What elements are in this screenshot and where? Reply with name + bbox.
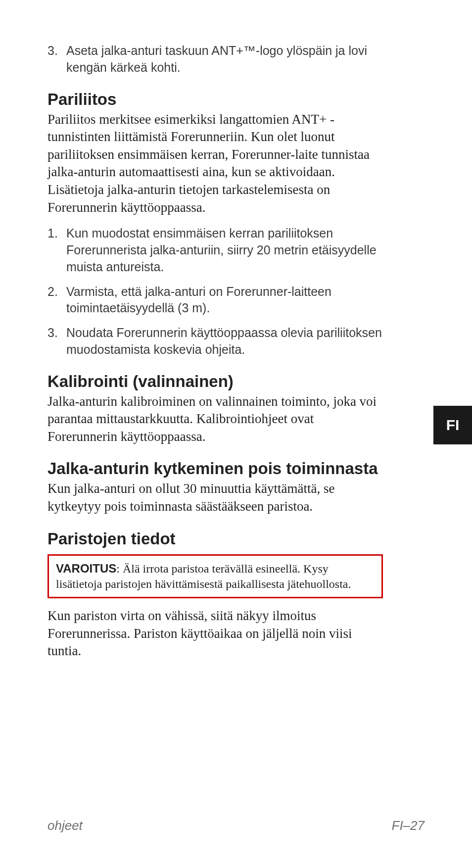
list-text: Aseta jalka-anturi taskuun ANT+™-logo yl… — [66, 43, 383, 76]
list-text: Noudata Forerunnerin käyttöoppaassa olev… — [66, 325, 383, 358]
footer-right: FI–27 — [392, 818, 425, 833]
body-paristojen: Kun pariston virta on vähissä, siitä näk… — [47, 607, 383, 660]
language-tab: FI — [433, 406, 472, 444]
body-kytkeminen: Kun jalka-anturi on ollut 30 minuuttia k… — [47, 480, 383, 515]
heading-kalibrointi: Kalibrointi (valinnainen) — [47, 372, 383, 391]
step-1: 1. Kun muodostat ensimmäisen kerran pari… — [47, 225, 383, 275]
list-number: 3. — [47, 325, 66, 358]
warning-box: VAROITUS: Älä irrota paristoa terävällä … — [47, 554, 383, 598]
pariliitos-steps: 1. Kun muodostat ensimmäisen kerran pari… — [47, 225, 383, 358]
page-footer: ohjeet FI–27 — [47, 818, 425, 833]
step-3: 3. Noudata Forerunnerin käyttöoppaassa o… — [47, 325, 383, 358]
heading-kytkeminen: Jalka-anturin kytkeminen pois toimin­nas… — [47, 459, 383, 478]
heading-pariliitos: Pariliitos — [47, 90, 383, 109]
heading-paristojen: Paristojen tiedot — [47, 530, 383, 548]
list-item-3: 3. Aseta jalka-anturi taskuun ANT+™-logo… — [47, 43, 383, 76]
list-number: 1. — [47, 225, 66, 275]
list-text: Varmista, että jalka-anturi on Forerunne… — [66, 284, 383, 317]
list-number: 2. — [47, 284, 66, 317]
list-number: 3. — [47, 43, 66, 76]
body-kalibrointi: Jalka-anturin kalibroiminen on valinnain… — [47, 393, 383, 446]
step-2: 2. Varmista, että jalka-anturi on Foreru… — [47, 284, 383, 317]
body-pariliitos: Pariliitos merkitsee esimerkiksi langatt… — [47, 111, 383, 217]
warning-label: VAROITUS — [56, 562, 116, 575]
footer-left: ohjeet — [47, 818, 83, 833]
list-text: Kun muodostat ensimmäisen kerran parilii… — [66, 225, 383, 275]
